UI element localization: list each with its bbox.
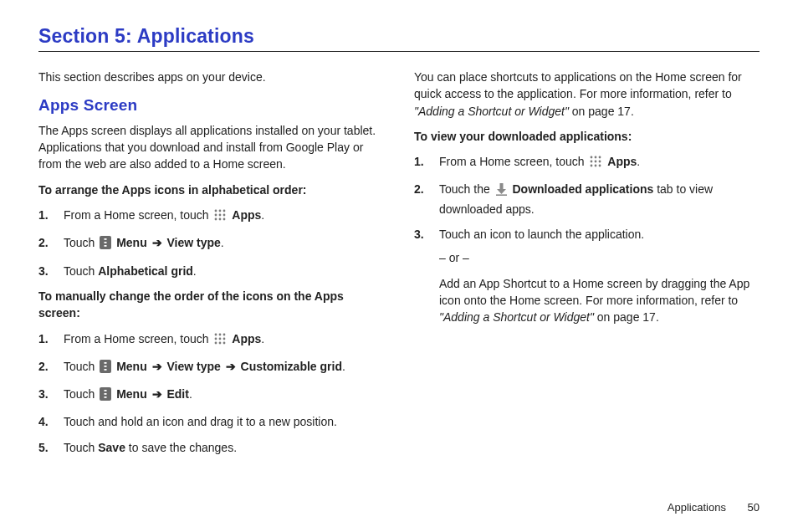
alt-text: Add an App Shortcut to a Home screen by … [439,275,760,326]
left-column: This section describes apps on your devi… [38,69,384,464]
svg-rect-23 [105,362,107,364]
period: . [261,208,264,222]
list-item: 1. From a Home screen, touch Apps. [59,207,384,226]
period: . [221,236,224,249]
right-column: You can place shortcuts to applications … [414,69,760,464]
svg-rect-27 [105,390,107,391]
downloaded-label: Downloaded applications [513,182,654,196]
step-number: 3. [38,263,49,279]
arrow-icon: ➔ [151,360,164,373]
step-number: 2. [38,358,49,375]
svg-point-33 [591,161,593,163]
cross-ref: "Adding a Shortcut or Widget" [439,310,594,324]
svg-marker-40 [497,189,506,194]
menu-label: Menu [116,360,147,373]
step-number: 4. [38,413,49,430]
step-text: Touch and hold an icon and drag it to a … [64,415,337,428]
step-text: Touch [64,441,98,454]
svg-point-34 [595,161,597,163]
menu-icon [100,360,111,377]
svg-point-14 [219,333,222,335]
period: . [637,155,640,168]
svg-point-7 [219,218,222,221]
step-text: From a Home screen, touch [439,155,587,168]
list-item: 2. Touch Menu ➔ View type. [59,234,384,253]
step-text: Touch the [439,182,494,196]
arrow-icon: ➔ [224,360,238,373]
step-text: Touch an icon to launch the application. [439,228,644,241]
svg-rect-25 [105,369,107,371]
list-item: 4. Touch and hold an icon and drag it to… [59,413,384,430]
svg-rect-11 [105,242,107,243]
arrow-icon: ➔ [151,387,164,401]
apps-label: Apps [232,332,261,345]
step-text: Touch [64,264,98,278]
svg-point-15 [223,333,226,335]
svg-point-16 [215,337,217,340]
svg-point-35 [599,161,601,163]
step-number: 1. [38,207,49,223]
svg-point-36 [591,165,593,167]
menu-icon [100,387,111,405]
page-number: 50 [748,501,760,514]
svg-point-6 [215,218,217,221]
svg-point-31 [595,156,597,159]
svg-rect-39 [499,183,503,189]
section-title: Section 5: Applications [38,25,760,52]
step-number: 3. [38,386,49,402]
apps-grid-icon [213,208,227,226]
footer-section-label: Applications [668,501,726,514]
step-number: 2. [414,181,424,197]
step-text: From a Home screen, touch [64,208,212,222]
step-text: From a Home screen, touch [64,332,212,345]
list-item: 3. Touch Menu ➔ Edit. [59,386,384,405]
apps-grid-icon [589,155,602,172]
svg-point-3 [215,214,217,217]
svg-point-13 [215,333,217,335]
alt-text-a: Add an App Shortcut to a Home screen by … [439,277,749,307]
edit-label: Edit [166,387,188,401]
page-footer: Applications 50 [668,501,760,514]
svg-point-30 [591,156,593,159]
svg-point-38 [599,165,601,167]
list-item: 3. Touch Alphabetical grid. [59,263,384,279]
list-item: 5. Touch Save to save the changes. [59,439,384,456]
apps-screen-desc: The Apps screen displays all application… [38,122,384,173]
svg-point-4 [219,214,222,217]
list-item: 3. Touch an icon to launch the applicati… [434,226,760,325]
custom-grid-label: Customizable grid [241,360,342,373]
step-text: to save the changes. [125,441,237,454]
list-item: 1. From a Home screen, touch Apps. [434,153,760,172]
step-text: Touch [64,360,98,373]
svg-rect-28 [105,393,107,395]
view-type-label: View type [166,236,220,249]
svg-point-0 [215,210,217,212]
apps-label: Apps [232,208,261,222]
svg-point-2 [223,210,226,212]
cross-ref: "Adding a Shortcut or Widget" [414,105,569,118]
list-item: 1. From a Home screen, touch Apps. [59,330,384,350]
or-separator: – or – [439,249,760,266]
period: . [261,332,264,345]
period: . [189,387,192,401]
save-label: Save [98,441,125,454]
svg-point-17 [219,337,222,340]
list-item: 2. Touch Menu ➔ View type ➔ Customizable… [59,358,384,377]
right-intro: You can place shortcuts to applications … [414,69,760,120]
intro-text: You can place shortcuts to applications … [414,70,742,100]
view-steps: 1. From a Home screen, touch Apps. 2. To… [414,153,760,325]
apps-screen-heading: Apps Screen [38,94,384,117]
apps-grid-icon [213,332,227,350]
view-type-label: View type [166,360,220,373]
download-arrow-icon [495,182,508,200]
intro-text: This section describes apps on your devi… [38,69,384,85]
svg-rect-24 [105,366,107,367]
step-number: 3. [414,226,424,243]
svg-point-19 [215,341,217,344]
step-text: Touch [64,387,98,401]
svg-point-5 [223,214,226,217]
view-heading: To view your downloaded applications: [414,128,760,145]
svg-point-1 [219,210,222,212]
manual-steps: 1. From a Home screen, touch Apps. 2. To… [38,330,384,456]
arrow-icon: ➔ [151,236,164,249]
